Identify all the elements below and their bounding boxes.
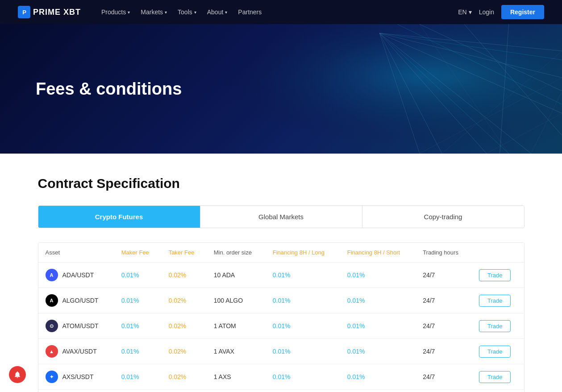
trade-button[interactable]: Trade [479,295,511,307]
nav-right: EN ▾ Login Register [458,5,544,19]
svg-line-15 [420,78,562,154]
maker-fee: 0.01% [114,364,162,390]
min-order: 1 AXS [207,364,266,390]
asset-cell: ◆ BNB/USDT [38,390,114,392]
trading-hours: 24/7 [416,390,472,392]
svg-rect-0 [197,24,562,153]
svg-line-5 [379,33,442,153]
col-fin-short: Financing 8H / Short [340,243,416,263]
svg-line-16 [486,113,562,154]
svg-line-1 [379,33,562,78]
asset-symbol: AXS/USDT [62,373,94,380]
trade-action[interactable]: Trade [472,263,524,288]
svg-line-7 [379,33,420,153]
trade-button[interactable]: Trade [479,269,511,281]
financing-short: 0.01% [340,364,416,390]
page-title: Fees & conditions [36,79,182,99]
trade-button[interactable]: Trade [479,346,511,358]
trading-hours: 24/7 [416,288,472,313]
financing-long: 0.01% [266,288,340,313]
hero-section: Fees & conditions [0,24,562,154]
svg-line-11 [379,33,562,60]
section-title: Contract Specification [38,176,525,191]
svg-line-4 [379,33,562,113]
chevron-down-icon: ▾ [225,10,227,15]
login-button[interactable]: Login [479,8,494,16]
taker-fee: 0.02% [162,390,207,392]
col-taker-fee: Taker Fee [162,243,207,263]
taker-fee: 0.02% [162,313,207,339]
trade-button[interactable]: Trade [479,371,511,383]
tab-global-markets[interactable]: Global Markets [200,206,362,228]
table-header-row: Asset Maker Fee Taker Fee Min. order siz… [38,243,524,263]
col-maker-fee: Maker Fee [114,243,162,263]
svg-line-9 [464,24,562,135]
financing-long: 0.01% [266,313,340,339]
tab-crypto-futures[interactable]: Crypto Futures [38,206,200,228]
svg-line-14 [442,51,562,154]
asset-cell: A ADA/USDT [38,263,114,288]
asset-symbol: ATOM/USDT [62,322,99,329]
maker-fee: 0.01% [114,313,162,339]
asset-symbol: ADA/USDT [62,271,94,279]
hero-decoration [197,24,562,154]
financing-short: 0.01% [340,288,416,313]
maker-fee: 0.01% [114,339,162,364]
nav-products[interactable]: Products ▾ [97,6,134,18]
trade-action[interactable]: Trade [472,313,524,339]
financing-short: 0.01% [340,339,416,364]
trading-hours: 24/7 [416,263,472,288]
taker-fee: 0.02% [162,263,207,288]
min-order: 100 ALGO [207,288,266,313]
register-button[interactable]: Register [501,5,544,19]
maker-fee: 0.01% [114,263,162,288]
trading-hours: 24/7 [416,364,472,390]
asset-icon: A [46,294,58,307]
trade-button[interactable]: Trade [479,320,511,332]
financing-long: 0.01% [266,364,340,390]
trading-hours: 24/7 [416,339,472,364]
financing-long: 0.01% [266,263,340,288]
asset-icon: ▲ [46,345,58,358]
nav-markets[interactable]: Markets ▾ [136,6,171,18]
svg-line-10 [500,24,508,153]
notification-bubble[interactable] [9,366,26,383]
svg-line-3 [379,33,487,153]
asset-symbol: AVAX/USDT [62,348,97,355]
financing-short: 0.01% [340,390,416,392]
asset-icon: A [46,269,58,281]
financing-short: 0.01% [340,263,416,288]
asset-cell: ▲ AVAX/USDT [38,339,114,364]
chevron-down-icon: ▾ [469,8,472,16]
maker-fee: 0.01% [114,288,162,313]
logo-icon: P [18,6,30,18]
tab-copy-trading[interactable]: Copy-trading [362,206,524,228]
bell-icon [13,371,21,379]
trade-action[interactable]: Trade [472,390,524,392]
taker-fee: 0.02% [162,288,207,313]
col-min-order: Min. order size [207,243,266,263]
nav-links: Products ▾ Markets ▾ Tools ▾ About ▾ Par… [97,6,458,18]
taker-fee: 0.02% [162,364,207,390]
asset-icon: ✦ [46,371,58,383]
col-fin-long: Financing 8H / Long [266,243,340,263]
min-order: 10 ADA [207,263,266,288]
nav-about[interactable]: About ▾ [203,6,232,18]
asset-cell: ✦ AXS/USDT [38,364,114,390]
contract-table: Asset Maker Fee Taker Fee Min. order siz… [38,242,525,392]
col-action [472,243,524,263]
trade-action[interactable]: Trade [472,288,524,313]
logo[interactable]: P PRIME XBT [18,6,81,18]
chevron-down-icon: ▾ [165,10,167,15]
nav-partners[interactable]: Partners [233,6,266,18]
nav-tools[interactable]: Tools ▾ [173,6,201,18]
trade-action[interactable]: Trade [472,339,524,364]
language-selector[interactable]: EN ▾ [458,8,471,16]
min-order: 0.01 BNB [207,390,266,392]
trade-action[interactable]: Trade [472,364,524,390]
financing-short: 0.01% [340,313,416,339]
svg-line-17 [531,91,562,154]
table-row: A ALGO/USDT 0.01% 0.02% 100 ALGO 0.01% 0… [38,288,524,313]
asset-icon: ⊙ [46,320,58,332]
trading-hours: 24/7 [416,313,472,339]
